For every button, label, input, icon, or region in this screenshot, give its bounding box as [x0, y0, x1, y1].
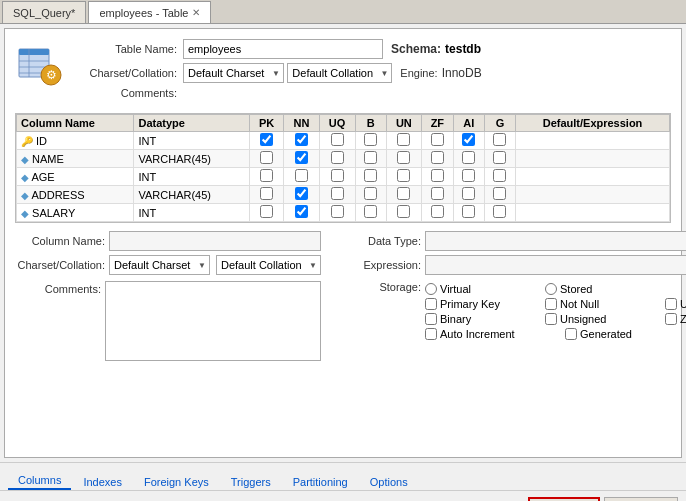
cb-b-2[interactable] [364, 169, 377, 182]
editor-comments-textarea[interactable] [105, 281, 321, 361]
collation-select[interactable]: Default Collation [287, 63, 392, 83]
cb-generated[interactable]: Generated [565, 328, 685, 340]
cb-un-2[interactable] [397, 169, 410, 182]
cell-g[interactable] [484, 168, 515, 186]
cb-zero-fill-input[interactable] [665, 313, 677, 325]
cb-unique-input[interactable] [665, 298, 677, 310]
cb-b-0[interactable] [364, 133, 377, 146]
cell-un[interactable] [386, 186, 421, 204]
cb-not-null-input[interactable] [545, 298, 557, 310]
cb-g-4[interactable] [493, 205, 506, 218]
cb-generated-input[interactable] [565, 328, 577, 340]
cb-binary-input[interactable] [425, 313, 437, 325]
cell-ai[interactable] [453, 150, 484, 168]
cb-primary-key-input[interactable] [425, 298, 437, 310]
cb-nn-4[interactable] [295, 205, 308, 218]
cell-b[interactable] [355, 168, 386, 186]
cell-ai[interactable] [453, 204, 484, 222]
cb-nn-1[interactable] [295, 151, 308, 164]
table-row[interactable]: ◆ SALARY INT [17, 204, 670, 222]
table-row[interactable]: ◆ AGE INT [17, 168, 670, 186]
cb-unsigned[interactable]: Unsigned [545, 313, 665, 325]
cb-primary-key[interactable]: Primary Key [425, 298, 545, 310]
cb-zf-4[interactable] [431, 205, 444, 218]
cb-g-1[interactable] [493, 151, 506, 164]
storage-stored-radio[interactable] [545, 283, 557, 295]
cb-uq-3[interactable] [331, 187, 344, 200]
cell-uq[interactable] [319, 204, 355, 222]
cb-pk-3[interactable] [260, 187, 273, 200]
cb-un-0[interactable] [397, 133, 410, 146]
cell-zf[interactable] [421, 204, 453, 222]
cell-un[interactable] [386, 168, 421, 186]
cb-auto-increment-input[interactable] [425, 328, 437, 340]
cell-nn[interactable] [284, 168, 319, 186]
cb-ai-2[interactable] [462, 169, 475, 182]
tab-triggers[interactable]: Triggers [221, 474, 281, 490]
close-icon[interactable]: ✕ [192, 7, 200, 18]
cb-uq-0[interactable] [331, 133, 344, 146]
charset-select[interactable]: Default Charset [183, 63, 284, 83]
cb-zf-0[interactable] [431, 133, 444, 146]
tab-indexes[interactable]: Indexes [73, 474, 132, 490]
cell-uq[interactable] [319, 168, 355, 186]
cell-g[interactable] [484, 204, 515, 222]
apply-button[interactable]: Apply [528, 497, 600, 502]
tab-sql-query[interactable]: SQL_Query* [2, 1, 86, 23]
cb-g-2[interactable] [493, 169, 506, 182]
cb-uq-2[interactable] [331, 169, 344, 182]
cell-un[interactable] [386, 204, 421, 222]
cell-ai[interactable] [453, 132, 484, 150]
cb-uq-1[interactable] [331, 151, 344, 164]
cell-pk[interactable] [249, 204, 283, 222]
editor-datatype-input[interactable] [425, 231, 686, 251]
storage-stored[interactable]: Stored [545, 283, 665, 295]
editor-col-name-input[interactable] [109, 231, 321, 251]
tab-foreign-keys[interactable]: Foreign Keys [134, 474, 219, 490]
cell-zf[interactable] [421, 168, 453, 186]
cb-unsigned-input[interactable] [545, 313, 557, 325]
cell-uq[interactable] [319, 186, 355, 204]
cell-un[interactable] [386, 150, 421, 168]
table-name-input[interactable] [183, 39, 383, 59]
tab-options[interactable]: Options [360, 474, 418, 490]
cb-unique[interactable]: Unique [665, 298, 686, 310]
table-row[interactable]: ◆ ADDRESS VARCHAR(45) [17, 186, 670, 204]
cb-nn-0[interactable] [295, 133, 308, 146]
cell-uq[interactable] [319, 150, 355, 168]
cell-g[interactable] [484, 150, 515, 168]
cb-b-3[interactable] [364, 187, 377, 200]
editor-collation-select[interactable]: Default Collation [216, 255, 321, 275]
cb-g-3[interactable] [493, 187, 506, 200]
cell-zf[interactable] [421, 186, 453, 204]
cb-pk-2[interactable] [260, 169, 273, 182]
cb-auto-increment[interactable]: Auto Increment [425, 328, 565, 340]
cell-g[interactable] [484, 132, 515, 150]
editor-charset-select[interactable]: Default Charset [109, 255, 210, 275]
cb-nn-3[interactable] [295, 187, 308, 200]
cell-ai[interactable] [453, 186, 484, 204]
cb-zf-2[interactable] [431, 169, 444, 182]
storage-virtual[interactable]: Virtual [425, 283, 545, 295]
cell-b[interactable] [355, 132, 386, 150]
cell-nn[interactable] [284, 150, 319, 168]
cell-pk[interactable] [249, 186, 283, 204]
cb-un-3[interactable] [397, 187, 410, 200]
cb-uq-4[interactable] [331, 205, 344, 218]
tab-employees-table[interactable]: employees - Table ✕ [88, 1, 211, 23]
cb-nn-2[interactable] [295, 169, 308, 182]
table-row[interactable]: ◆ NAME VARCHAR(45) [17, 150, 670, 168]
cb-un-1[interactable] [397, 151, 410, 164]
cb-pk-0[interactable] [260, 133, 273, 146]
revert-button[interactable]: Revert [604, 497, 678, 502]
table-row[interactable]: 🔑 ID INT [17, 132, 670, 150]
cb-b-4[interactable] [364, 205, 377, 218]
cell-pk[interactable] [249, 168, 283, 186]
editor-expression-input[interactable] [425, 255, 686, 275]
cb-not-null[interactable]: Not Null [545, 298, 665, 310]
cb-zf-3[interactable] [431, 187, 444, 200]
cell-b[interactable] [355, 150, 386, 168]
cell-ai[interactable] [453, 168, 484, 186]
cell-zf[interactable] [421, 132, 453, 150]
cb-zero-fill[interactable]: Zero Fill [665, 313, 686, 325]
